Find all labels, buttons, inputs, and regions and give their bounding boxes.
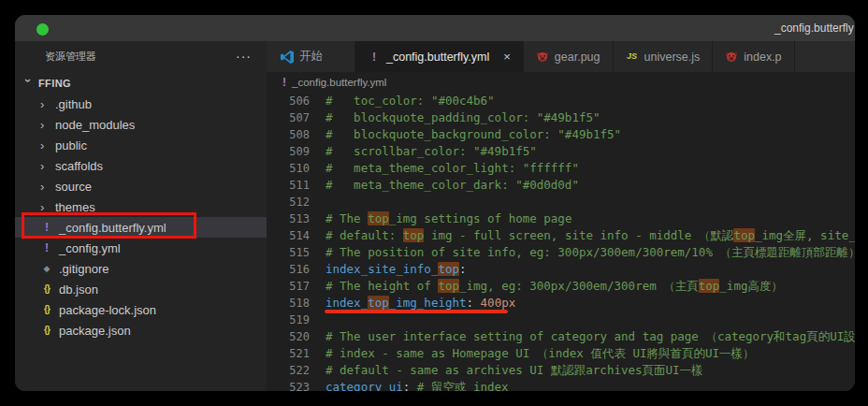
code-line-content: # meta_theme_color_light: "ffffff" <box>310 160 579 177</box>
tab-label: index.p <box>744 51 781 64</box>
line-number[interactable]: 520 <box>267 328 310 345</box>
yaml-icon: ! <box>40 242 53 254</box>
tree-folder-scaffolds[interactable]: ›scaffolds <box>15 155 267 176</box>
tree-file-gitignore[interactable]: ◆.gitignore <box>15 258 267 279</box>
line-number[interactable]: 513 <box>267 210 310 227</box>
tab-index-p[interactable]: index.p <box>713 41 794 72</box>
main-area: 资源管理器 ··· ›FFING›.github›node_modules›pu… <box>15 41 855 391</box>
javascript-icon: JS <box>626 52 639 61</box>
line-number[interactable]: 510 <box>267 160 310 177</box>
code-line-519[interactable]: 519 <box>267 312 855 328</box>
code-line-512[interactable]: 512 <box>267 194 855 210</box>
tree-item-label: _config.butterfly.yml <box>59 221 166 235</box>
code-line-513[interactable]: 513# The top_img settings of home page <box>267 210 855 227</box>
tree-item-label: public <box>55 138 87 152</box>
code-line-content <box>310 194 326 210</box>
explorer-sidebar: 资源管理器 ··· ›FFING›.github›node_modules›pu… <box>15 41 267 391</box>
code-line-content: index_top_img_height: 400px <box>310 295 515 312</box>
line-number[interactable]: 514 <box>267 227 310 244</box>
code-line-content: # meta_theme_color_dark: "#0d0d0d" <box>310 177 579 194</box>
breadcrumb[interactable]: ! _config.butterfly.yml <box>267 72 855 93</box>
line-number[interactable]: 516 <box>267 261 310 278</box>
line-number[interactable]: 506 <box>267 93 310 109</box>
code-line-523[interactable]: 523category_ui: # 留空或 index <box>267 379 855 391</box>
line-number[interactable]: 509 <box>267 143 310 160</box>
chevron-right-icon: › <box>40 201 51 213</box>
line-number[interactable]: 519 <box>267 312 310 328</box>
tree-file-config-butterfly-yml[interactable]: !_config.butterfly.yml <box>15 217 267 238</box>
code-line-content: # default: top img - full screen, site i… <box>310 227 855 244</box>
code-line-508[interactable]: 508# blockquote_background_color: "#49b1… <box>267 126 855 143</box>
line-number[interactable]: 512 <box>267 194 310 210</box>
code-line-content: category_ui: # 留空或 index <box>310 379 509 391</box>
tree-item-label: package-lock.json <box>59 303 156 317</box>
line-number[interactable]: 517 <box>267 278 310 295</box>
line-number[interactable]: 523 <box>267 379 310 391</box>
yaml-icon: ! <box>282 77 286 88</box>
code-line-content: # index - same as Homepage UI （index 值代表… <box>310 345 755 362</box>
vscode-window: _config.butterfly 资源管理器 ··· ›FFING›.gith… <box>15 15 855 391</box>
close-icon[interactable]: × <box>503 50 511 64</box>
explorer-header: 资源管理器 ··· <box>15 41 267 71</box>
chevron-right-icon: › <box>40 160 51 172</box>
tree-folder-public[interactable]: ›public <box>15 135 267 155</box>
code-line-506[interactable]: 506# toc_color: "#00c4b6" <box>267 93 855 109</box>
line-number[interactable]: 507 <box>267 109 310 126</box>
file-tree: ›FFING›.github›node_modules›public›scaff… <box>15 73 267 341</box>
code-line-content: # The user interface setting of category… <box>310 328 855 345</box>
tab-gear-pug[interactable]: gear.pug <box>524 41 614 72</box>
code-line-content: # default - same as archives UI 默認跟archi… <box>310 362 703 379</box>
code-editor[interactable]: 506# toc_color: "#00c4b6"507# blockquote… <box>267 93 855 391</box>
tree-root-ffing[interactable]: ›FFING <box>15 73 267 94</box>
code-line-514[interactable]: 514# default: top img - full screen, sit… <box>267 227 855 244</box>
code-line-515[interactable]: 515# The position of site info, eg: 300p… <box>267 244 855 261</box>
code-line-content: # The top_img settings of home page <box>310 210 571 227</box>
json-icon: {} <box>40 305 53 314</box>
line-number[interactable]: 522 <box>267 362 310 379</box>
line-number[interactable]: 511 <box>267 177 310 194</box>
code-line-510[interactable]: 510# meta_theme_color_light: "ffffff" <box>267 160 855 177</box>
editor-area: 开始!_config.butterfly.yml×gear.pugJSunive… <box>267 41 855 391</box>
vscode-logo-icon <box>281 51 294 64</box>
tree-item-label: .github <box>55 97 92 111</box>
line-number[interactable]: 515 <box>267 244 310 261</box>
tab-config-butterfly-yml[interactable]: !_config.butterfly.yml× <box>355 41 524 72</box>
tree-item-label: themes <box>55 200 95 214</box>
breadcrumb-label: _config.butterfly.yml <box>292 77 386 88</box>
chevron-down-icon: › <box>22 79 35 89</box>
tree-folder-github[interactable]: ›.github <box>15 94 267 114</box>
more-actions-icon[interactable]: ··· <box>236 49 252 64</box>
line-number[interactable]: 521 <box>267 345 310 362</box>
code-line-520[interactable]: 520# The user interface setting of categ… <box>267 328 855 345</box>
tab-universe-js[interactable]: JSuniverse.js <box>614 41 714 72</box>
tree-item-label: FFING <box>38 78 71 89</box>
code-line-518[interactable]: 518index_top_img_height: 400px <box>267 295 855 312</box>
tab-label: 开始 <box>299 49 323 65</box>
code-line-516[interactable]: 516index_site_info_top: <box>267 261 855 278</box>
tree-file-package-lock-json[interactable]: {}package-lock.json <box>15 299 267 320</box>
tree-item-label: package.json <box>59 324 131 338</box>
code-line-content: # The height of top_img, eg: 300px/300em… <box>310 278 783 295</box>
code-line-517[interactable]: 517# The height of top_img, eg: 300px/30… <box>267 278 855 295</box>
line-number[interactable]: 518 <box>267 295 310 312</box>
code-line-509[interactable]: 509# scrollbar_color: "#49b1f5" <box>267 143 855 160</box>
pug-icon <box>725 51 738 64</box>
tree-folder-themes[interactable]: ›themes <box>15 196 267 217</box>
code-line-507[interactable]: 507# blockquote_padding_color: "#49b1f5" <box>267 109 855 126</box>
line-number[interactable]: 508 <box>267 126 310 143</box>
traffic-light-green[interactable] <box>36 23 49 36</box>
code-line-511[interactable]: 511# meta_theme_color_dark: "#0d0d0d" <box>267 177 855 194</box>
tree-item-label: _config.yml <box>59 241 121 255</box>
code-line-521[interactable]: 521# index - same as Homepage UI （index … <box>267 345 855 362</box>
code-line-522[interactable]: 522# default - same as archives UI 默認跟ar… <box>267 362 855 379</box>
tree-file-db-json[interactable]: {}db.json <box>15 279 267 299</box>
yaml-icon: ! <box>40 222 53 233</box>
tab-label: _config.butterfly.yml <box>386 51 489 64</box>
tree-folder-source[interactable]: ›source <box>15 176 267 196</box>
tab-开始[interactable]: 开始 <box>267 41 355 72</box>
tree-folder-node-modules[interactable]: ›node_modules <box>15 114 267 135</box>
tree-item-label: scaffolds <box>55 159 103 173</box>
git-icon: ◆ <box>40 265 53 273</box>
tree-file-package-json[interactable]: {}package.json <box>15 320 267 341</box>
tree-file-config-yml[interactable]: !_config.yml <box>15 238 267 258</box>
